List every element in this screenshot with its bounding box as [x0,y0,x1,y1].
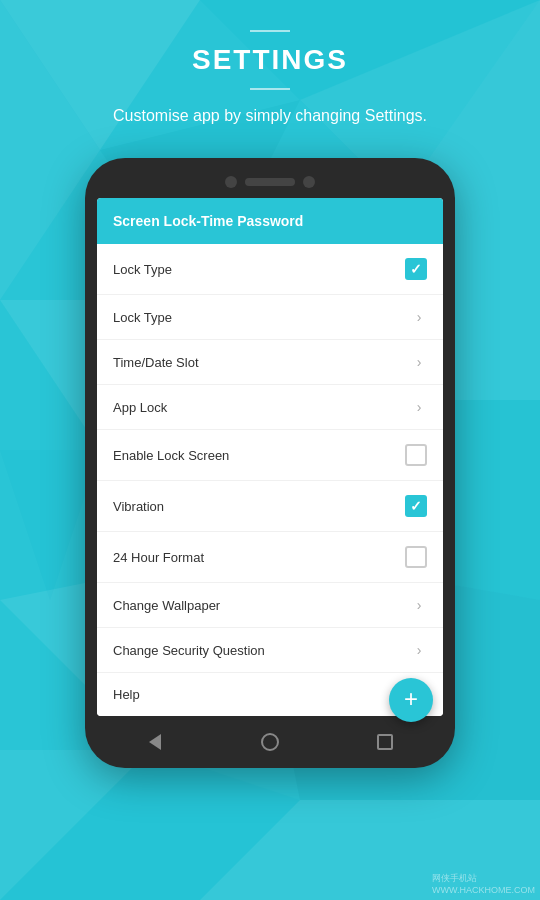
item-label-lock-type-2: Lock Type [113,310,172,325]
settings-list: Lock Type Lock Type › Time/Date Slot › A… [97,244,443,716]
watermark: 网侠手机站 WWW.HACKHOME.COM [432,872,535,895]
phone-mockup: Screen Lock-Time Password Lock Type Lock… [85,158,455,768]
item-label-time-date-slot: Time/Date Slot [113,355,199,370]
screen-section-title: Screen Lock-Time Password [113,213,303,229]
fab-add-button[interactable]: + [389,678,433,722]
list-item[interactable]: App Lock › [97,385,443,430]
list-item[interactable]: 24 Hour Format [97,532,443,583]
list-item[interactable]: Enable Lock Screen [97,430,443,481]
item-label-lock-type-1: Lock Type [113,262,172,277]
watermark-line2: WWW.HACKHOME.COM [432,885,535,895]
phone-speaker [245,178,295,186]
list-item[interactable]: Time/Date Slot › [97,340,443,385]
phone-camera-2 [303,176,315,188]
list-item[interactable]: Lock Type [97,244,443,295]
list-item[interactable]: Change Security Question › [97,628,443,673]
nav-home-button[interactable] [255,732,285,752]
header-subtitle: Customise app by simply changing Setting… [0,104,540,128]
item-label-24-hour-format: 24 Hour Format [113,550,204,565]
back-icon [149,734,161,750]
nav-back-button[interactable] [140,732,170,752]
chevron-right-icon: › [411,309,427,325]
checkbox-checked-vibration[interactable] [405,495,427,517]
checkbox-unchecked-24-hour[interactable] [405,546,427,568]
chevron-right-icon: › [411,597,427,613]
list-item[interactable]: Vibration [97,481,443,532]
checkbox-unchecked-lock-screen[interactable] [405,444,427,466]
phone-screen: Screen Lock-Time Password Lock Type Lock… [97,198,443,716]
phone-camera [225,176,237,188]
item-label-vibration: Vibration [113,499,164,514]
list-item[interactable]: Change Wallpaper › [97,583,443,628]
item-label-change-security-question: Change Security Question [113,643,265,658]
watermark-line1: 网侠手机站 [432,872,535,885]
checkbox-checked-lock-type-1[interactable] [405,258,427,280]
page-title: SETTINGS [0,44,540,76]
page-wrapper: SETTINGS Customise app by simply changin… [0,0,540,900]
recent-apps-icon [377,734,393,750]
phone-top-bar [97,176,443,188]
item-label-help: Help [113,687,140,702]
phone-bottom-nav [97,724,443,756]
chevron-right-icon: › [411,642,427,658]
chevron-right-icon: › [411,354,427,370]
header-divider-top [250,30,290,32]
item-label-enable-lock-screen: Enable Lock Screen [113,448,229,463]
fab-plus-icon: + [404,687,418,711]
chevron-right-icon: › [411,399,427,415]
screen-header: Screen Lock-Time Password [97,198,443,244]
header-divider-bottom [250,88,290,90]
item-label-change-wallpaper: Change Wallpaper [113,598,220,613]
list-item[interactable]: Lock Type › [97,295,443,340]
item-label-app-lock: App Lock [113,400,167,415]
home-icon [261,733,279,751]
nav-recent-button[interactable] [370,732,400,752]
header-section: SETTINGS Customise app by simply changin… [0,0,540,138]
